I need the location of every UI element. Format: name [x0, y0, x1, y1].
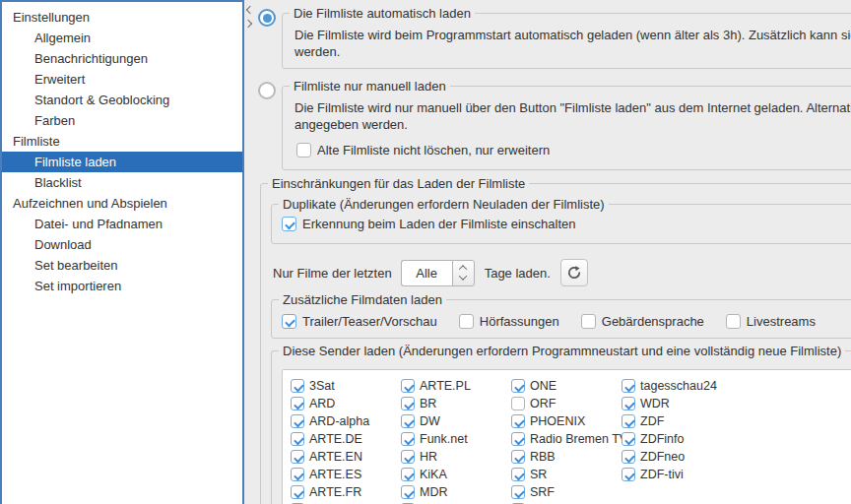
checkbox-kika[interactable]: KiKA	[401, 466, 511, 483]
checkbox-rbb[interactable]: RBB	[511, 448, 622, 466]
days-spinner[interactable]: Alle	[401, 260, 475, 286]
checkbox-hr[interactable]: HR	[401, 448, 511, 466]
checkbox-box	[282, 217, 296, 231]
checkbox-wdr[interactable]: WDR	[622, 395, 717, 412]
checkbox-zdfneo[interactable]: ZDFneo	[622, 448, 717, 466]
checkbox-box	[291, 450, 304, 464]
checkbox-box	[511, 450, 525, 464]
checkbox-arte-en[interactable]: ARTE.EN	[291, 448, 401, 466]
checkbox-srf[interactable]: SRF	[511, 483, 622, 501]
checkbox-label: ARTE.DE	[309, 432, 362, 446]
radio-auto-load[interactable]	[258, 9, 276, 27]
restrictions-group: Einschränkungen für das Laden der Filmli…	[260, 183, 851, 504]
checkbox-one[interactable]: ONE	[511, 377, 622, 395]
checkbox-box	[291, 397, 304, 410]
manual-load-description-line1: Die Filmliste wird nur manuell über den …	[295, 99, 851, 116]
checkbox-box	[291, 379, 304, 393]
sidebar-item-farben[interactable]: Farben	[2, 110, 242, 131]
senders-group-title: Diese Sender laden (Änderungen erfordern…	[279, 344, 845, 358]
checkbox-zdf-tivi[interactable]: ZDF-tivi	[622, 466, 717, 483]
checkbox-arte-es[interactable]: ARTE.ES	[291, 466, 401, 483]
sidebar-item-filmliste[interactable]: Filmliste	[2, 131, 242, 152]
checkbox-funk-net[interactable]: Funk.net	[401, 430, 511, 448]
film-data-group: Zusätzliche Filmdaten laden Trailer/Teas…	[271, 299, 851, 339]
days-filter-prefix-label: Nur Filme der letzten	[273, 266, 392, 281]
sidebar-item-standort-geoblocking[interactable]: Standort & Geoblocking	[2, 90, 242, 110]
sender-column: ONEORFPHOENIXRadio Bremen TVRBBSRSRFSWR	[511, 377, 622, 504]
checkbox-label: 3Sat	[309, 379, 335, 393]
checkbox-label: ZDFinfo	[640, 432, 684, 446]
checkbox-dw[interactable]: DW	[401, 412, 511, 430]
reload-filmliste-button[interactable]	[560, 259, 588, 286]
radio-manual-load[interactable]	[258, 82, 276, 99]
checkbox-label: ARD-alpha	[309, 414, 369, 428]
sidebar-item-filmliste-laden[interactable]: Filmliste laden	[2, 152, 242, 172]
checkbox-3sat[interactable]: 3Sat	[291, 377, 401, 395]
sidebar-item-allgemein[interactable]: Allgemein	[2, 28, 242, 48]
option-manual-load: Filmliste nur manuell laden Die Filmlist…	[256, 79, 851, 170]
checkbox-label: PHOENIX	[530, 414, 585, 428]
checkbox-ard[interactable]: ARD	[291, 395, 401, 412]
checkbox-box	[581, 314, 596, 329]
checkbox-label: BR	[420, 397, 436, 410]
checkbox-phoenix[interactable]: PHOENIX	[511, 412, 622, 430]
split-pane-divider[interactable]	[244, 0, 254, 504]
checkbox-trailer-teaser-vorschau[interactable]: Trailer/Teaser/Vorschau	[282, 314, 437, 329]
chevron-down-icon[interactable]	[459, 272, 467, 280]
checkbox-duplicate-detection[interactable]: Erkennung beim Laden der Filmliste einsc…	[282, 217, 576, 231]
checkbox-label: WDR	[640, 397, 670, 410]
checkbox-zdf[interactable]: ZDF	[622, 412, 717, 430]
sidebar-item-datei-und-pfadnamen[interactable]: Datei- und Pfadnamen	[2, 214, 242, 234]
checkbox-orf[interactable]: ORF	[511, 395, 622, 412]
sidebar-tree: EinstellungenAllgemeinBenachrichtigungen…	[2, 7, 242, 296]
checkbox-label: ONE	[530, 379, 556, 393]
film-data-checkbox-row: Trailer/Teaser/VorschauHörfassungenGebär…	[282, 314, 851, 329]
sidebar-item-aufzeichnen-und-abspielen[interactable]: Aufzeichnen und Abspielen	[2, 193, 242, 214]
sidebar-item-erweitert[interactable]: Erweitert	[2, 69, 242, 90]
filmliste-laden-panel: Die Filmliste automatisch laden Die Film…	[254, 0, 851, 504]
checkbox-box	[401, 379, 415, 393]
checkbox-mdr[interactable]: MDR	[401, 483, 511, 501]
checkbox-box	[459, 314, 474, 329]
checkbox-h-rfassungen[interactable]: Hörfassungen	[459, 314, 559, 329]
checkbox-box	[511, 432, 525, 446]
checkbox-geb-rdensprache[interactable]: Gebärdensprache	[581, 314, 704, 329]
collapse-left-icon[interactable]	[246, 6, 254, 14]
checkbox-label: Livestreams	[747, 314, 816, 329]
checkbox-sr[interactable]: SR	[511, 466, 622, 483]
sidebar-item-benachrichtigungen[interactable]: Benachrichtigungen	[2, 48, 242, 69]
checkbox-label: ARTE.EN	[309, 450, 362, 464]
checkbox-box	[291, 485, 304, 499]
checkbox-br[interactable]: BR	[401, 395, 511, 412]
sidebar-item-download[interactable]: Download	[2, 234, 242, 255]
sidebar-item-blacklist[interactable]: Blacklist	[2, 172, 242, 193]
checkbox-radio-bremen-tv[interactable]: Radio Bremen TV	[511, 430, 622, 448]
expand-right-icon[interactable]	[244, 20, 252, 28]
checkbox-box	[726, 314, 741, 329]
checkbox-box	[401, 450, 415, 464]
checkbox-livestreams[interactable]: Livestreams	[726, 314, 816, 329]
checkbox-label: ZDF	[640, 414, 664, 428]
sidebar-item-einstellungen[interactable]: Einstellungen	[2, 7, 242, 28]
checkbox-tagesschau24[interactable]: tagesschau24	[622, 377, 717, 395]
sidebar-item-set-bearbeiten[interactable]: Set bearbeiten	[2, 255, 242, 276]
checkbox-box	[401, 485, 415, 499]
sender-list-box: 3SatARDARD-alphaARTE.DEARTE.ENARTE.ESART…	[282, 369, 851, 504]
checkbox-arte-fr[interactable]: ARTE.FR	[291, 483, 401, 501]
checkbox-label: ORF	[530, 397, 556, 410]
checkbox-label: ARD	[309, 397, 335, 410]
checkbox-keep-old-filmliste[interactable]: Alte Filmliste nicht löschen, nur erweit…	[296, 143, 550, 158]
checkbox-ard-alpha[interactable]: ARD-alpha	[291, 412, 401, 430]
checkbox-arte-pl[interactable]: ARTE.PL	[401, 377, 511, 395]
checkbox-box	[291, 432, 304, 446]
checkbox-arte-de[interactable]: ARTE.DE	[291, 430, 401, 448]
days-spinner-value[interactable]: Alle	[401, 260, 452, 286]
checkbox-label: SRF	[530, 485, 555, 499]
sidebar-item-set-importieren[interactable]: Set importieren	[2, 276, 242, 296]
days-spinner-arrows[interactable]	[452, 260, 475, 286]
checkbox-box	[291, 468, 304, 481]
manual-load-group: Filmliste nur manuell laden Die Filmlist…	[282, 86, 851, 170]
checkbox-label: Trailer/Teaser/Vorschau	[302, 314, 437, 329]
manual-load-group-title: Filmliste nur manuell laden	[290, 79, 450, 94]
checkbox-zdfinfo[interactable]: ZDFinfo	[622, 430, 717, 448]
